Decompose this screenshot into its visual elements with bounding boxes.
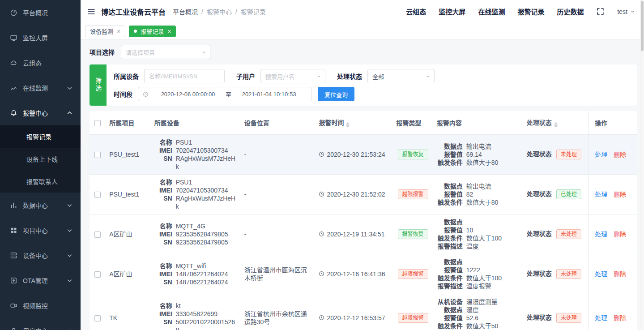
handle-link[interactable]: 处理 — [595, 191, 607, 198]
breadcrumb-item[interactable]: 报警中心 — [207, 7, 232, 16]
row-checkbox[interactable] — [94, 192, 101, 198]
sidebar-item-label: 云组态 — [23, 58, 73, 67]
scrollbar-thumb[interactable] — [641, 1, 644, 51]
time-range-label: 时间段 — [114, 90, 132, 99]
sidebar-item-project-center[interactable]: 项目中心 — [0, 218, 81, 243]
project-select[interactable]: 请选择项目 — [121, 45, 210, 59]
submenu-item-device-onoffline[interactable]: 设备上下线 — [0, 148, 81, 170]
table-row: PSU_test1 名称PSU1 IMEI702047105300734 SNR… — [90, 135, 637, 175]
filter-row-2: 时间段 2020-12-06 00:00:00 至 2021-01-04 10:… — [114, 87, 630, 101]
hamburger-menu-icon[interactable] — [87, 7, 96, 16]
line-chart-icon — [10, 84, 17, 92]
chevron-down-icon — [201, 50, 206, 55]
tab-label: 报警记录 — [141, 27, 164, 35]
chevron-up-icon — [66, 109, 73, 117]
nav-cloud-config[interactable]: 云组态 — [406, 7, 426, 16]
subuser-select[interactable]: 搜索用户名 — [260, 69, 325, 83]
app-title: 博达工业设备云平台 — [101, 6, 166, 17]
col-project: 所属项目 — [106, 111, 150, 135]
chevron-down-icon — [426, 74, 431, 79]
device-name: kt — [176, 302, 181, 310]
time-range-picker[interactable]: 2020-12-06 00:00:00 至 2021-01-04 10:10:5… — [138, 87, 311, 101]
sidebar: 平台概况 监控大屏 云组态 在线监测 报警中心 报警记录 设备上下线 — [0, 0, 81, 330]
tab-alarm-records[interactable]: 报警记录 × — [129, 26, 176, 37]
sort-icon[interactable] — [346, 122, 350, 128]
delete-link[interactable]: 删除 — [614, 314, 626, 321]
row-checkbox[interactable] — [94, 271, 101, 278]
submenu-item-label: 设备上下线 — [26, 154, 58, 163]
col-status[interactable]: 处理状态 — [523, 111, 589, 135]
sidebar-item-overview[interactable]: 平台概况 — [0, 0, 81, 25]
sidebar-item-device-center[interactable]: 设备中心 — [0, 243, 81, 268]
breadcrumb-item[interactable]: 报警记录 — [241, 7, 266, 16]
row-checkbox[interactable] — [94, 152, 101, 158]
nav-alarm-records[interactable]: 报警记录 — [517, 7, 544, 16]
nav-history-data[interactable]: 历史数据 — [557, 7, 584, 16]
filter-toggle-button[interactable]: 筛选 — [90, 64, 107, 106]
table-row: A区矿山 名称MQTT_4G IMEI923535628479805 SN923… — [90, 214, 637, 254]
chevron-down-icon — [66, 227, 73, 234]
tab-close-icon[interactable]: × — [117, 28, 120, 34]
breadcrumb-item[interactable]: 平台概况 — [173, 7, 198, 16]
grid-icon — [10, 227, 17, 234]
sidebar-item-online-monitoring[interactable]: 在线监测 — [0, 75, 81, 100]
sidebar-item-video-monitoring[interactable]: 视频监控 — [0, 293, 81, 318]
sidebar-item-data-center[interactable]: 数据中心 — [0, 193, 81, 218]
clock-icon — [319, 314, 324, 322]
top-header: 博达工业设备云平台 平台概况 / 报警中心 / 报警记录 云组态 监控大屏 在线… — [81, 0, 644, 23]
handle-link[interactable]: 处理 — [595, 231, 607, 238]
nav-monitor-screen[interactable]: 监控大屏 — [439, 7, 465, 16]
alarm-time: 2020-12-16 16:41:36 — [327, 270, 385, 278]
sidebar-item-label: 数据中心 — [23, 201, 60, 210]
time-range-start[interactable]: 2020-12-06 00:00:00 — [150, 91, 226, 98]
table-row: A区矿山 名称MQTT_wifi IMEI148706221264024 SN1… — [90, 254, 637, 294]
sidebar-item-monitor-screen[interactable]: 监控大屏 — [0, 25, 81, 50]
device-location: 浙江省温州市瓯海区沉木桥街 — [241, 254, 316, 294]
sidebar-item-ota[interactable]: OTA管理 — [0, 268, 81, 293]
submenu-item-alarm-records[interactable]: 报警记录 — [0, 125, 81, 148]
status-select[interactable]: 全部 — [367, 69, 435, 83]
submenu-item-alarm-contacts[interactable]: 报警联系人 — [0, 170, 81, 193]
sidebar-item-user-center[interactable]: 用户中心 — [0, 318, 81, 330]
sort-icon[interactable] — [554, 122, 558, 128]
delete-link[interactable]: 删除 — [614, 151, 626, 158]
sidebar-item-cloud-config[interactable]: 云组态 — [0, 50, 81, 75]
device-sn: RAgHxWusM7JzHeHk — [176, 154, 237, 171]
device-name: MQTT_4G — [176, 222, 205, 230]
filter-panel: 筛选 所属设备 子用户 搜索用户名 处理状态 — [90, 64, 637, 106]
device-name: PSU1 — [176, 178, 192, 186]
col-time[interactable]: 报警时间 — [315, 111, 392, 135]
table-row: PSU_test1 名称PSU1 IMEI702047105300734 SNR… — [90, 175, 637, 214]
device-search-input[interactable] — [144, 69, 225, 83]
select-all-checkbox[interactable] — [94, 120, 101, 126]
device-imei: 148706221264024 — [176, 270, 228, 278]
app-root: 平台概况 监控大屏 云组态 在线监测 报警中心 报警记录 设备上下线 — [0, 0, 644, 330]
sidebar-item-alarm-center[interactable]: 报警中心 — [0, 100, 81, 125]
delete-link[interactable]: 删除 — [614, 231, 626, 238]
row-checkbox[interactable] — [94, 231, 101, 238]
reset-query-button[interactable]: 复位查询 — [318, 87, 354, 101]
delete-link[interactable]: 删除 — [614, 270, 626, 278]
nav-online-monitoring[interactable]: 在线监测 — [478, 7, 505, 16]
status-badge: 未处理 — [556, 269, 581, 279]
scrollbar[interactable] — [640, 0, 644, 330]
handle-link[interactable]: 处理 — [595, 270, 607, 278]
server-icon — [10, 252, 17, 259]
col-status-label: 处理状态 — [527, 119, 552, 126]
handle-link[interactable]: 处理 — [595, 314, 607, 321]
fullscreen-icon[interactable] — [596, 7, 605, 16]
time-range-end[interactable]: 2021-01-04 10:10:53 — [231, 91, 307, 98]
tab-device-monitor[interactable]: 设备监测 × — [85, 26, 125, 37]
tab-strip: 设备监测 × 报警记录 × — [81, 23, 644, 39]
device-location: 浙江省杭州市余杭区通运路30号 — [241, 294, 316, 330]
col-operation: 操作 — [588, 111, 637, 135]
row-checkbox[interactable] — [94, 315, 101, 321]
tab-close-icon[interactable]: × — [167, 28, 171, 34]
user-menu[interactable]: test — [617, 8, 635, 15]
submenu-item-label: 报警联系人 — [26, 177, 58, 186]
handle-link[interactable]: 处理 — [595, 151, 607, 158]
dashboard-icon — [10, 9, 17, 17]
delete-link[interactable]: 删除 — [614, 191, 626, 198]
project-name: PSU_test1 — [106, 175, 150, 214]
clock-icon — [319, 231, 324, 239]
